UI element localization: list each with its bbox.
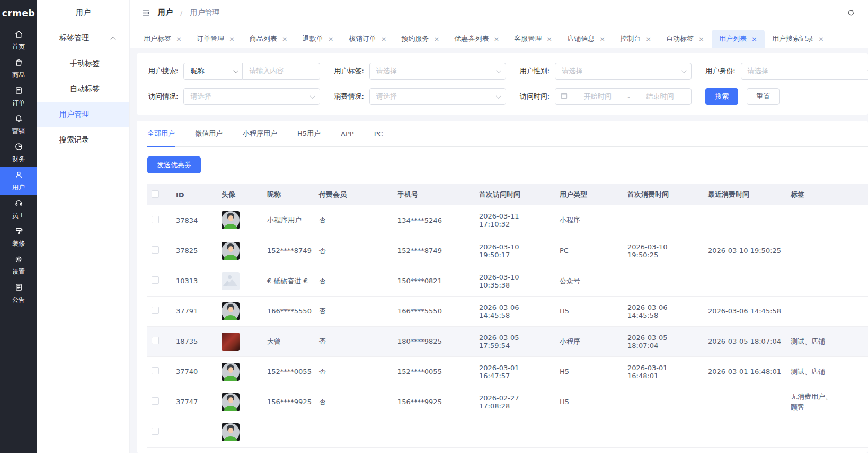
user-gender-label: 用户性别:	[520, 66, 550, 76]
tab-user-search-history[interactable]: 用户搜索记录×	[765, 30, 831, 48]
close-icon[interactable]: ×	[599, 35, 605, 43]
column-header-id: ID	[172, 184, 217, 205]
tab-verify-orders[interactable]: 核销订单×	[341, 30, 394, 48]
user-gender-select[interactable]: 请选择	[555, 63, 692, 80]
breadcrumb-root[interactable]: 用户	[158, 8, 173, 18]
sidebar-item-goods[interactable]: 商品	[0, 55, 37, 83]
close-icon[interactable]: ×	[381, 35, 387, 43]
user-tag-select[interactable]: 请选择	[369, 63, 506, 80]
row-checkbox[interactable]	[152, 246, 159, 254]
row-checkbox[interactable]	[152, 216, 159, 223]
user-identity-select[interactable]: 请选择	[741, 63, 868, 80]
search-button[interactable]: 搜索	[705, 88, 738, 105]
search-input[interactable]: 请输入内容	[243, 63, 320, 80]
tab-customer-service[interactable]: 客服管理×	[507, 30, 560, 48]
tab-order-management[interactable]: 订单管理×	[189, 30, 242, 48]
order-file-icon	[14, 86, 23, 97]
chevron-up-icon	[110, 36, 116, 41]
close-icon[interactable]: ×	[645, 35, 651, 43]
close-icon[interactable]: ×	[546, 35, 552, 43]
table-row[interactable]: 10313 € 砥砺奋进 € 否 150****0821 2026-03-10 …	[147, 266, 868, 296]
table-row-partial[interactable]	[147, 417, 868, 447]
close-icon[interactable]: ×	[818, 35, 824, 43]
open-tabs-bar: 用户标签× 订单管理× 商品列表× 退款单× 核销订单× 预约服务× 优惠券列表…	[130, 25, 868, 48]
column-header-first-visit: 首次访问时间	[475, 184, 555, 205]
tab-console[interactable]: 控制台×	[613, 30, 659, 48]
close-icon[interactable]: ×	[493, 35, 499, 43]
tab-store-info[interactable]: 店铺信息×	[560, 30, 613, 48]
subtab-h5-users[interactable]: H5用户	[297, 121, 321, 146]
user-avatar	[222, 423, 240, 441]
table-row[interactable]: 18735 大曾 否 180****9825 2026-03-05 17:59:…	[147, 326, 868, 356]
sidebar-item-marketing[interactable]: 营销	[0, 111, 37, 139]
user-search-label: 用户搜索:	[148, 66, 178, 76]
subtab-pc-users[interactable]: PC	[374, 121, 383, 146]
sidebar-item-settings[interactable]: 设置	[0, 251, 37, 280]
table-row[interactable]: 37791 166****5550 否 166****5550 2026-03-…	[147, 296, 868, 326]
sidebar-item-finance[interactable]: 财务	[0, 139, 37, 167]
subtab-wechat-users[interactable]: 微信用户	[195, 121, 223, 146]
select-all-checkbox[interactable]	[152, 190, 159, 198]
menu-group-tag-management[interactable]: 标签管理	[37, 25, 129, 51]
brand-logo: crmeb	[0, 0, 37, 27]
column-header-user-type: 用户类型	[555, 184, 623, 205]
close-icon[interactable]: ×	[328, 35, 334, 43]
close-icon[interactable]: ×	[751, 35, 757, 43]
row-checkbox[interactable]	[152, 367, 159, 374]
tab-auto-tags[interactable]: 自动标签×	[659, 30, 712, 48]
menu-item-user-management[interactable]: 用户管理	[37, 102, 129, 127]
sidebar-item-label: 订单	[12, 99, 25, 108]
row-checkbox[interactable]	[152, 428, 159, 435]
table-row[interactable]: 37834 小程序用户 否 134****5246 2026-03-11 17:…	[147, 205, 868, 236]
row-checkbox[interactable]	[152, 397, 159, 405]
close-icon[interactable]: ×	[698, 35, 704, 43]
sidebar-item-label: 财务	[12, 155, 25, 164]
app-window: crmeb 首页 商品 订单 营销 财务 用户 员工	[0, 0, 868, 453]
refresh-icon[interactable]	[847, 8, 855, 17]
consume-status-select[interactable]: 请选择	[369, 88, 506, 105]
tab-refund-orders[interactable]: 退款单×	[295, 30, 341, 48]
page-content: 用户搜索: 昵称 请输入内容 用户标签:	[130, 48, 868, 453]
menu-fold-icon[interactable]	[141, 8, 150, 18]
close-icon[interactable]: ×	[229, 35, 235, 43]
close-icon[interactable]: ×	[176, 35, 182, 43]
search-type-select[interactable]: 昵称	[183, 63, 243, 80]
tab-product-list[interactable]: 商品列表×	[242, 30, 295, 48]
reset-button[interactable]: 重置	[747, 88, 780, 105]
subtab-app-users[interactable]: APP	[341, 121, 354, 146]
menu-item-auto-tags[interactable]: 自动标签	[37, 76, 129, 102]
sidebar-item-orders[interactable]: 订单	[0, 83, 37, 111]
subtab-all-users[interactable]: 全部用户	[147, 121, 175, 146]
send-coupon-button[interactable]: 发送优惠券	[147, 156, 201, 173]
sidebar-item-label: 公告	[12, 295, 25, 304]
table-row[interactable]: 37747 156****9925 否 156****9925 2026-02-…	[147, 387, 868, 417]
column-header-first-pay: 首次消费时间	[623, 184, 704, 205]
tab-user-tags[interactable]: 用户标签×	[136, 30, 189, 48]
table-row[interactable]: 37825 152****8749 否 152****8749 2026-03-…	[147, 236, 868, 266]
sidebar-item-home[interactable]: 首页	[0, 27, 37, 55]
tab-booking-service[interactable]: 预约服务×	[394, 30, 447, 48]
sidebar-item-decorate[interactable]: 装修	[0, 223, 37, 251]
row-checkbox[interactable]	[152, 276, 159, 284]
sidebar-item-users[interactable]: 用户	[0, 167, 37, 195]
menu-item-manual-tags[interactable]: 手动标签	[37, 51, 129, 76]
user-avatar	[222, 363, 240, 381]
table-row[interactable]: 37740 152****0055 否 152****0055 2026-03-…	[147, 356, 868, 387]
tab-coupon-list[interactable]: 优惠券列表×	[447, 30, 507, 48]
chevron-down-icon	[681, 68, 687, 73]
row-checkbox[interactable]	[152, 307, 159, 314]
menu-item-search-history[interactable]: 搜索记录	[37, 127, 129, 153]
sidebar-item-label: 装修	[12, 239, 25, 248]
tab-user-list[interactable]: 用户列表×	[712, 30, 765, 48]
visit-time-range-picker[interactable]: 开始时间 - 结束时间	[555, 88, 692, 105]
user-table: ID 头像 昵称 付费会员 手机号 首次访问时间 用户类型 首次消费时间 最近消…	[147, 184, 868, 453]
close-icon[interactable]: ×	[282, 35, 288, 43]
sidebar-item-notice[interactable]: 公告	[0, 280, 37, 308]
sidebar-item-label: 员工	[12, 211, 25, 220]
close-icon[interactable]: ×	[434, 35, 440, 43]
sidebar-item-staff[interactable]: 员工	[0, 195, 37, 223]
user-avatar	[222, 393, 240, 411]
visit-status-select[interactable]: 请选择	[183, 88, 320, 105]
row-checkbox[interactable]	[152, 337, 159, 344]
subtab-miniprogram-users[interactable]: 小程序用户	[243, 121, 277, 146]
